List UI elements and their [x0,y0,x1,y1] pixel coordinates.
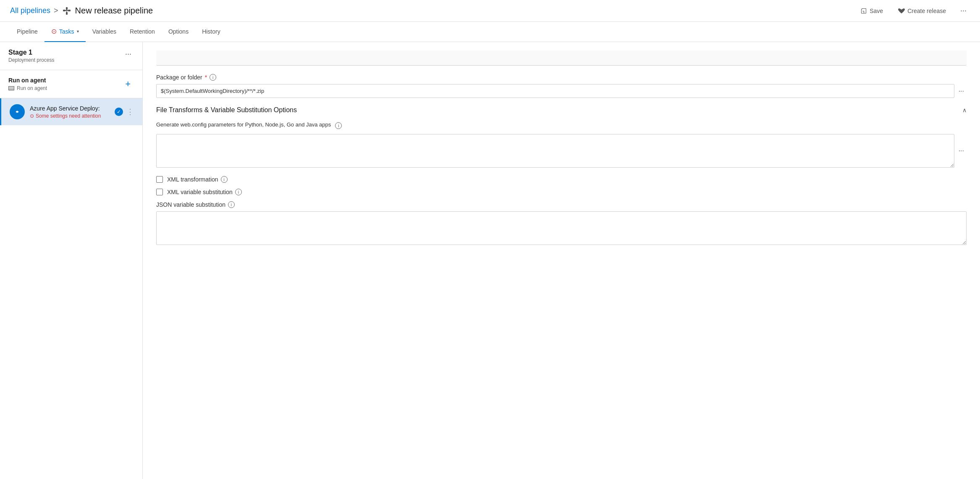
transforms-input-row: ··· [156,134,967,168]
pipeline-icon [62,6,72,16]
page-title: New release pipeline [75,6,153,16]
stage-info: Stage 1 Deployment process [8,49,54,63]
json-substitution-textarea[interactable] [156,211,967,245]
header-more-button[interactable]: ··· [957,4,970,18]
agent-info: Run on agent Run on agent [8,77,47,91]
agent-section: Run on agent Run on agent + [0,70,142,98]
agent-subtitle: Run on agent [8,85,47,91]
json-substitution-info-icon[interactable]: i [228,201,235,208]
tasks-warning-icon: ⊙ [51,27,57,35]
breadcrumb-separator: > [54,6,58,15]
xml-substitution-row: XML variable substitution i [156,189,967,195]
xml-substitution-checkbox[interactable] [156,189,163,195]
task-warning: ⊙ Some settings need attention [30,113,110,119]
package-more-button[interactable]: ··· [956,86,967,97]
stage-subtitle: Deployment process [8,57,54,63]
breadcrumb-link[interactable]: All pipelines [10,6,50,15]
add-task-button[interactable]: + [122,78,134,90]
xml-transform-label: XML transformation i [167,176,228,183]
create-release-label: Create release [907,8,946,14]
transforms-section-title: File Transforms & Variable Substitution … [156,106,967,114]
xml-transform-checkbox[interactable] [156,176,163,183]
transforms-info-icon[interactable]: i [335,122,342,129]
json-substitution-label: JSON variable substitution i [156,201,967,208]
top-input-field[interactable] [156,50,967,66]
svg-rect-0 [66,7,68,10]
header-actions: Save Create release ··· [856,4,970,18]
xml-transform-row: XML transformation i [156,176,967,183]
agent-title: Run on agent [8,77,47,84]
xml-substitution-label: XML variable substitution i [167,189,242,195]
main-content: Stage 1 Deployment process ··· Run on ag… [0,42,980,479]
breadcrumb: All pipelines > New release pipeline [10,6,153,16]
header: All pipelines > New release pipeline Sav… [0,0,980,22]
package-input-row: ··· [156,84,967,98]
right-panel: Package or folder * i ··· File Transform… [143,42,980,479]
json-substitution-field: JSON variable substitution i [156,201,967,246]
azure-deploy-icon [10,104,25,119]
transforms-desc: Generate web.config parameters for Pytho… [156,121,967,129]
stage-more-button[interactable]: ··· [123,49,134,59]
task-item[interactable]: Azure App Service Deploy: ⊙ Some setting… [0,98,142,125]
package-label: Package or folder * i [156,74,967,81]
task-name: Azure App Service Deploy: [30,105,110,112]
agent-grid-icon [8,86,14,90]
task-info: Azure App Service Deploy: ⊙ Some setting… [30,105,110,119]
transforms-chevron-icon[interactable]: ∧ [962,107,967,113]
svg-rect-3 [68,10,71,11]
required-indicator: * [205,74,207,81]
create-release-button[interactable]: Create release [894,5,950,17]
tab-variables[interactable]: Variables [86,22,123,42]
package-info-icon[interactable]: i [210,74,216,81]
svg-rect-2 [63,10,66,11]
svg-rect-1 [66,12,68,15]
tab-history[interactable]: History [195,22,227,42]
transforms-more-button[interactable]: ··· [956,145,967,156]
transforms-section: File Transforms & Variable Substitution … [156,106,967,246]
tab-retention[interactable]: Retention [123,22,162,42]
agent-header: Run on agent Run on agent + [8,77,134,91]
task-check-icon: ✓ [115,108,123,116]
save-button[interactable]: Save [856,5,887,17]
left-panel: Stage 1 Deployment process ··· Run on ag… [0,42,143,479]
tab-options[interactable]: Options [162,22,195,42]
task-drag-handle[interactable]: ⋮ [126,107,134,116]
xml-transform-info-icon[interactable]: i [221,176,228,183]
warning-circle-icon: ⊙ [30,113,34,119]
save-label: Save [870,8,883,14]
tab-tasks[interactable]: ⊙ Tasks ▾ [45,22,86,42]
xml-substitution-info-icon[interactable]: i [235,189,242,195]
package-input[interactable] [156,84,954,98]
transforms-textarea[interactable] [156,134,954,168]
tasks-chevron-icon: ▾ [77,29,79,34]
task-actions: ✓ ⋮ [115,107,134,116]
stage-header: Stage 1 Deployment process ··· [0,42,142,70]
svg-point-8 [16,111,18,113]
tab-pipeline[interactable]: Pipeline [10,22,45,42]
nav-tabs: Pipeline ⊙ Tasks ▾ Variables Retention O… [0,22,980,42]
top-input-area [156,50,967,66]
package-field-row: Package or folder * i ··· [156,74,967,98]
stage-title: Stage 1 [8,49,54,56]
